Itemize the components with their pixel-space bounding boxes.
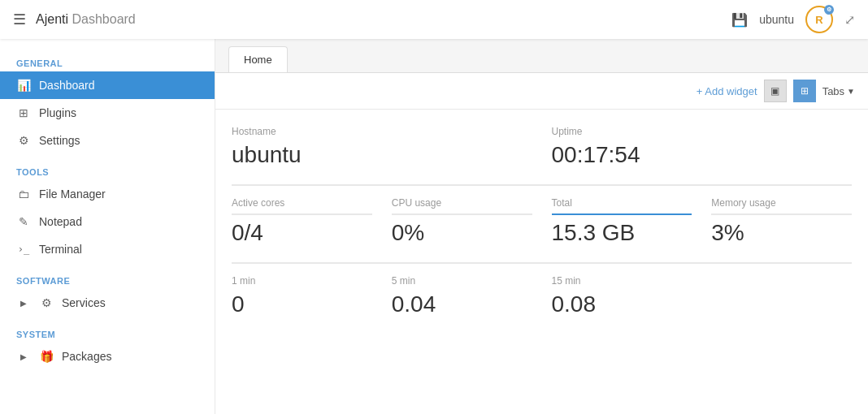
divider-1 [232, 184, 852, 186]
active-cores-label: Active cores [232, 197, 372, 209]
sidebar-label-settings: Settings [39, 134, 80, 147]
sidebar-item-services[interactable]: ▶ ⚙ Services [0, 289, 215, 317]
sidebar-item-plugins[interactable]: ⊞ Plugins [0, 99, 215, 127]
plugins-icon: ⊞ [16, 106, 31, 119]
layout-double-icon: ⊞ [801, 85, 809, 97]
cores-bar [232, 213, 372, 215]
sidebar-item-packages[interactable]: ▶ 🎁 Packages [0, 343, 215, 370]
memory-usage-value: 3% [711, 220, 852, 246]
widget-row-cpu-memory: Active cores 0/4 CPU usage 0% Total 15.3… [232, 197, 852, 246]
sidebar-item-file-manager[interactable]: 🗀 File Manager [0, 180, 215, 208]
widget-filler [711, 275, 852, 317]
layout-single-button[interactable]: ▣ [764, 80, 787, 102]
sidebar-section-system: SYSTEM [0, 323, 215, 343]
dashboard-icon: 📊 [16, 79, 31, 92]
sidebar-label-notepad: Notepad [39, 215, 82, 228]
uptime-label: Uptime [552, 126, 853, 137]
topbar: ☰ Ajenti Dashboard 💾 ubuntu R ⚙ ⤢ [0, 0, 868, 39]
topbar-left: ☰ Ajenti Dashboard [13, 11, 136, 28]
widget-hostname: Hostname ubuntu [232, 126, 532, 168]
sidebar-item-notepad[interactable]: ✎ Notepad [0, 208, 215, 235]
hdd-icon: 💾 [731, 12, 748, 28]
tabs-dropdown-chevron: ▼ [847, 87, 855, 96]
toolbar: + Add widget ▣ ⊞ Tabs ▼ [215, 73, 868, 110]
dashboard-content: Hostname ubuntu Uptime 00:17:54 Active c… [215, 110, 868, 414]
menu-icon[interactable]: ☰ [13, 11, 26, 28]
load-1min-label: 1 min [232, 275, 372, 287]
notepad-icon: ✎ [16, 215, 31, 228]
topbar-title: Ajenti Dashboard [36, 12, 136, 27]
load-5min-label: 5 min [392, 275, 532, 287]
widget-active-cores: Active cores 0/4 [232, 197, 372, 246]
widget-row-hostname-uptime: Hostname ubuntu Uptime 00:17:54 [232, 126, 852, 168]
settings-icon: ⚙ [16, 134, 31, 147]
widget-total: Total 15.3 GB [552, 197, 692, 246]
sidebar-label-terminal: Terminal [39, 243, 82, 256]
load-5min-value: 0.04 [392, 291, 532, 317]
layout-double-button[interactable]: ⊞ [793, 80, 816, 102]
terminal-icon: ›_ [16, 244, 31, 255]
cpu-usage-value: 0% [392, 220, 532, 246]
topbar-right: 💾 ubuntu R ⚙ ⤢ [731, 6, 855, 33]
content-area: Home + Add widget ▣ ⊞ Tabs ▼ Ho [215, 39, 868, 414]
load-15min-label: 15 min [552, 275, 692, 287]
sidebar-item-settings[interactable]: ⚙ Settings [0, 127, 215, 154]
load-1min-value: 0 [232, 291, 372, 317]
widget-row-load: 1 min 0 5 min 0.04 15 min 0.08 [232, 275, 852, 317]
active-cores-value: 0/4 [232, 220, 372, 246]
sidebar-item-dashboard[interactable]: 📊 Dashboard [0, 71, 215, 99]
sidebar: GENERAL 📊 Dashboard ⊞ Plugins ⚙ Settings… [0, 39, 215, 414]
services-icon: ⚙ [39, 296, 54, 309]
divider-2 [232, 262, 852, 264]
topbar-username: ubuntu [759, 13, 794, 26]
memory-bar [711, 213, 852, 215]
services-expand-icon: ▶ [16, 299, 31, 308]
memory-usage-label: Memory usage [711, 197, 852, 209]
cpu-usage-label: CPU usage [392, 197, 532, 209]
total-value: 15.3 GB [552, 220, 692, 246]
sidebar-section-tools: TOOLS [0, 161, 215, 180]
sidebar-label-services: Services [62, 296, 106, 309]
layout-single-icon: ▣ [770, 85, 779, 97]
sidebar-section-general: GENERAL [0, 52, 215, 71]
widget-load-1min: 1 min 0 [232, 275, 372, 317]
widget-uptime: Uptime 00:17:54 [552, 126, 853, 168]
tabs-dropdown-button[interactable]: Tabs ▼ [822, 85, 855, 97]
widget-memory-usage: Memory usage 3% [711, 197, 852, 246]
sidebar-item-terminal[interactable]: ›_ Terminal [0, 235, 215, 263]
avatar[interactable]: R ⚙ [805, 6, 833, 33]
hostname-value: ubuntu [232, 142, 532, 168]
sidebar-label-file-manager: File Manager [39, 188, 106, 201]
total-label: Total [552, 197, 692, 209]
packages-expand-icon: ▶ [16, 352, 31, 361]
widget-load-5min: 5 min 0.04 [392, 275, 532, 317]
packages-icon: 🎁 [39, 350, 54, 363]
hostname-label: Hostname [232, 126, 532, 137]
sidebar-label-dashboard: Dashboard [39, 79, 95, 92]
cpu-bar [392, 213, 532, 215]
widget-load-15min: 15 min 0.08 [552, 275, 692, 317]
total-bar [552, 213, 692, 215]
file-manager-icon: 🗀 [16, 188, 31, 201]
uptime-value: 00:17:54 [552, 142, 853, 168]
sidebar-label-packages: Packages [62, 350, 111, 363]
tab-home[interactable]: Home [228, 46, 288, 72]
load-15min-value: 0.08 [552, 291, 692, 317]
expand-icon[interactable]: ⤢ [844, 12, 855, 28]
add-widget-button[interactable]: + Add widget [697, 85, 757, 97]
tab-bar: Home [215, 39, 868, 73]
sidebar-section-software: SOFTWARE [0, 270, 215, 289]
main-layout: GENERAL 📊 Dashboard ⊞ Plugins ⚙ Settings… [0, 39, 868, 414]
widget-cpu-usage: CPU usage 0% [392, 197, 532, 246]
avatar-badge: ⚙ [824, 5, 834, 15]
sidebar-label-plugins: Plugins [39, 106, 76, 119]
